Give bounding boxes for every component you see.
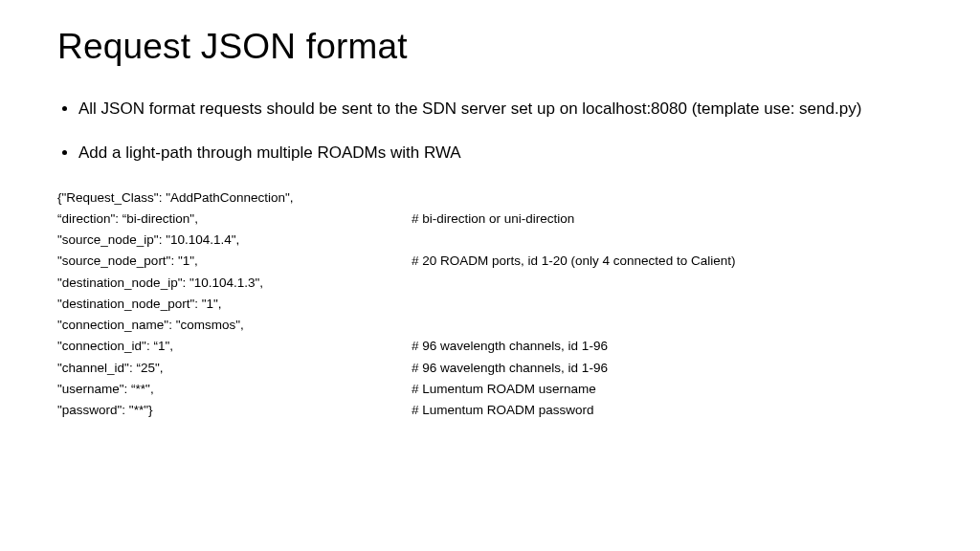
- code-comment: # Lumentum ROADM password: [412, 400, 594, 421]
- code-line: {"Request_Class": "AddPathConnection",: [57, 187, 923, 209]
- code-line: “direction": “bi-direction", # bi-direct…: [57, 209, 923, 230]
- bullet-item: Add a light-path through multiple ROADMs…: [78, 142, 923, 165]
- code-left: "source_node_port": "1",: [57, 251, 412, 272]
- code-left: "destination_node_ip": "10.104.1.3",: [57, 273, 412, 294]
- code-comment: # bi-direction or uni-direction: [412, 209, 574, 230]
- code-left: "source_node_ip": "10.104.1.4",: [57, 230, 412, 251]
- code-line: "source_node_ip": "10.104.1.4",: [57, 230, 923, 251]
- code-left: "connection_name": "comsmos",: [57, 315, 412, 336]
- code-left: "password": "**"}: [57, 400, 412, 421]
- code-line: "connection_id": “1", # 96 wavelength ch…: [57, 336, 923, 357]
- code-left: "channel_id": “25",: [57, 358, 412, 379]
- code-comment: # Lumentum ROADM username: [412, 379, 596, 400]
- code-comment: # 96 wavelength channels, id 1-96: [412, 358, 608, 379]
- code-line: "username": “**", # Lumentum ROADM usern…: [57, 379, 923, 400]
- code-left: "destination_node_port": "1",: [57, 294, 412, 315]
- code-left: {"Request_Class": "AddPathConnection",: [57, 187, 412, 209]
- bullet-list: All JSON format requests should be sent …: [57, 98, 923, 165]
- bullet-item: All JSON format requests should be sent …: [78, 98, 923, 121]
- code-left: "connection_id": “1",: [57, 336, 412, 357]
- code-comment: # 20 ROADM ports, id 1-20 (only 4 connec…: [412, 251, 735, 272]
- slide: Request JSON format All JSON format requ…: [0, 0, 980, 451]
- code-line: "connection_name": "comsmos",: [57, 315, 923, 336]
- code-line: "source_node_port": "1", # 20 ROADM port…: [57, 251, 923, 272]
- code-left: "username": “**",: [57, 379, 412, 400]
- page-title: Request JSON format: [57, 27, 923, 67]
- code-line: "destination_node_ip": "10.104.1.3",: [57, 273, 923, 294]
- code-comment: # 96 wavelength channels, id 1-96: [412, 336, 608, 357]
- code-line: "channel_id": “25", # 96 wavelength chan…: [57, 358, 923, 379]
- code-left: “direction": “bi-direction",: [57, 209, 412, 230]
- code-line: "password": "**"} # Lumentum ROADM passw…: [57, 400, 923, 421]
- code-line: "destination_node_port": "1",: [57, 294, 923, 315]
- json-example: {"Request_Class": "AddPathConnection", “…: [57, 187, 923, 422]
